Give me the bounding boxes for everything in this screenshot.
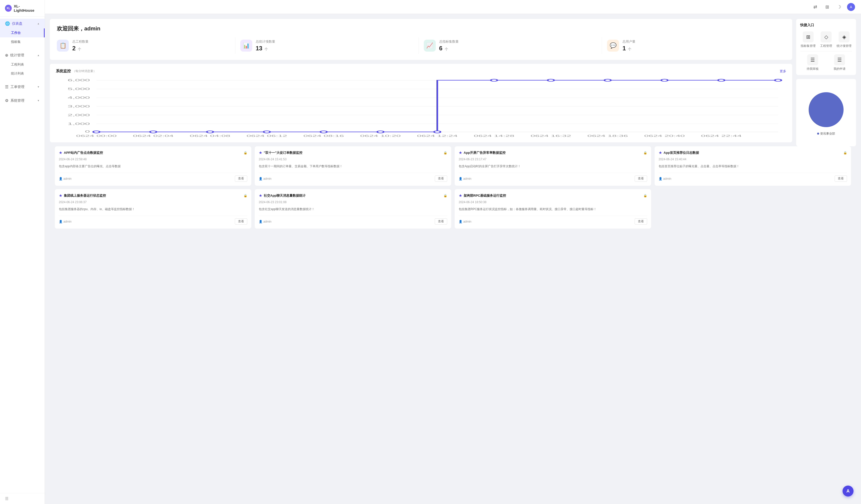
svg-point-17 — [263, 131, 270, 133]
card-view-button[interactable]: 查看 — [835, 176, 847, 182]
nav-item-dashboard[interactable]: 🌐 仪表盘 ▲ — [0, 19, 45, 28]
collapse-icon[interactable]: ☰ — [5, 496, 9, 501]
list-item: ★ 社交App聊天消息量数据统计 🔒 2024-06-23 23:01:08 包… — [255, 189, 451, 229]
quick-item-stats-mgmt[interactable]: ◈ 统计项管理 — [836, 31, 852, 48]
quick-item-project-mgmt[interactable]: ◇ 工程管理 — [818, 31, 834, 48]
svg-point-22 — [548, 79, 554, 82]
card-title-text: 集团线上服务器运行状态监控 — [64, 193, 242, 198]
quick-item-pending-review[interactable]: ☰ 待我审核 — [800, 54, 825, 71]
card-footer: 👤 admin 查看 — [59, 216, 247, 224]
svg-point-39 — [809, 92, 844, 127]
stat-item-projects: 📋 总工程数量 2 个 — [57, 37, 235, 54]
list-item: ★ 架构部RPC基础服务运行监控 🔒 2024-06-24 18:50:38 包… — [455, 189, 651, 229]
card-title-row: ★ 社交App聊天消息量数据统计 🔒 — [259, 193, 447, 198]
svg-text:0: 0 — [85, 130, 90, 133]
content-scroll: 欢迎回来，admin 📋 总工程数量 2 个 — [45, 14, 861, 504]
logo-icon: XL — [5, 5, 12, 12]
card-footer: 👤 admin 查看 — [459, 216, 647, 224]
svg-point-15 — [150, 131, 156, 133]
grid-icon[interactable]: ⊞ — [823, 3, 831, 11]
stat-value-users: 1 个 — [623, 45, 636, 52]
pending-review-icon: ☰ — [807, 54, 818, 65]
stat-icon-metrics: 📈 — [424, 40, 436, 52]
svg-point-23 — [604, 79, 611, 82]
card-title-row: ★ 架构部RPC基础服务运行监控 🔒 — [459, 193, 647, 198]
stat-value-stats: 13 个 — [256, 45, 275, 52]
card-title-row: ★ App开屏广告异常率数据监控 🔒 — [459, 150, 647, 155]
quick-label-pending-review: 待我审核 — [807, 67, 819, 71]
stat-icon-users: 💬 — [607, 40, 619, 52]
translate-icon[interactable]: ⇄ — [811, 3, 819, 11]
card-title-text: 社交App聊天消息量数据统计 — [264, 193, 442, 198]
card-date: 2024-06-24 15:40:44 — [659, 158, 847, 161]
svg-text:0624 06:12: 0624 06:12 — [247, 134, 287, 137]
quick-item-metrics-mgmt[interactable]: ⊞ 指标集管理 — [800, 31, 816, 48]
svg-point-19 — [377, 131, 384, 133]
sidebar-item-metrics[interactable]: 指标集 — [0, 37, 45, 46]
card-lock-icon: 🔒 — [443, 151, 447, 154]
moon-icon[interactable]: ☽ — [835, 3, 843, 11]
float-avatar[interactable]: A — [843, 486, 853, 496]
card-view-button[interactable]: 查看 — [435, 176, 447, 182]
stat-item-metrics: 📈 总指标集数量 6 个 — [419, 37, 602, 54]
chart-container: 6,000 5,000 4,000 3,000 2,000 1,000 0 — [56, 78, 786, 137]
sidebar-item-stats-list[interactable]: 统计列表 — [0, 69, 45, 78]
sidebar-item-workbench[interactable]: 工作台 — [0, 28, 45, 37]
card-title-text: App首页推荐位日志数据 — [664, 151, 842, 155]
card-title-text: 架构部RPC基础服务运行监控 — [464, 193, 642, 198]
svg-text:0624 14:28: 0624 14:28 — [474, 134, 515, 137]
card-title-row: ★ APP站内广告点击数据监控 🔒 — [59, 150, 247, 155]
nav-item-stats[interactable]: ⊕ 统计管理 ▲ — [0, 50, 45, 60]
svg-text:5,000: 5,000 — [68, 87, 90, 91]
card-star-icon: ★ — [59, 193, 62, 198]
svg-point-21 — [491, 79, 497, 82]
nav-item-ticket[interactable]: ☰ 工单管理 ▼ — [0, 82, 45, 92]
card-desc: 包括集团服务器的cpu、内存、io、磁盘等监控指标数据！ — [59, 207, 247, 212]
card-date: 2024-06-24 23:06:37 — [59, 200, 247, 204]
sidebar: XL XL-LightHouse 🌐 仪表盘 ▲ 工作台 指标集 ⊕ 统计管理 — [0, 0, 45, 504]
card-user: 👤 admin — [259, 220, 272, 223]
nav-label-stats: 统计管理 — [10, 53, 24, 58]
svg-text:1,000: 1,000 — [68, 122, 90, 125]
card-view-button[interactable]: 查看 — [235, 218, 247, 224]
card-footer: 👤 admin 查看 — [659, 173, 847, 182]
svg-text:0624 12:24: 0624 12:24 — [417, 134, 458, 137]
card-star-icon: ★ — [659, 150, 662, 155]
pie-chart-card: 资讯事业部 — [796, 79, 856, 146]
card-view-button[interactable]: 查看 — [635, 176, 647, 182]
my-apply-icon: ☰ — [834, 54, 845, 65]
sidebar-item-project-list[interactable]: 工程列表 — [0, 60, 45, 69]
side-column: 快捷入口 ⊞ 指标集管理 ◇ 工程管理 ◈ — [796, 19, 856, 146]
metrics-mgmt-icon: ⊞ — [803, 31, 814, 42]
svg-point-25 — [718, 79, 725, 82]
card-desc: 包含App启动时的全屏广告打开异常次数统计！ — [459, 164, 647, 169]
card-footer: 👤 admin 查看 — [259, 216, 447, 224]
card-view-button[interactable]: 查看 — [235, 176, 247, 182]
ticket-icon: ☰ — [5, 84, 9, 89]
stats-icon: ⊕ — [5, 53, 8, 58]
cards-grid: ★ APP站内广告点击数据监控 🔒 2024-06-24 22:59:48 包含… — [50, 146, 856, 234]
logo-text: XL-LightHouse — [14, 4, 40, 12]
svg-text:3,000: 3,000 — [68, 105, 90, 108]
user-avatar-button[interactable]: A — [847, 3, 855, 11]
card-star-icon: ★ — [259, 193, 262, 198]
monitor-title: 系统监控 （每分钟消息量） — [56, 69, 96, 73]
stats-mgmt-icon: ◈ — [838, 31, 849, 42]
svg-text:0624 08:16: 0624 08:16 — [303, 134, 344, 137]
quick-item-my-apply[interactable]: ☰ 我的申请 — [827, 54, 852, 71]
main-column: 欢迎回来，admin 📋 总工程数量 2 个 — [50, 19, 792, 146]
card-lock-icon: 🔒 — [843, 151, 847, 154]
monitor-header: 系统监控 （每分钟消息量） 更多 — [56, 69, 786, 73]
stats-row: 📋 总工程数量 2 个 📊 — [57, 37, 785, 54]
stat-item-users: 💬 总用户量 1 个 — [602, 37, 785, 54]
card-view-button[interactable]: 查看 — [435, 218, 447, 224]
welcome-card: 欢迎回来，admin 📋 总工程数量 2 个 — [50, 19, 792, 60]
pie-chart — [806, 90, 846, 130]
svg-text:0624 00:00: 0624 00:00 — [76, 134, 117, 137]
header-actions: ⇄ ⊞ ☽ A — [811, 3, 855, 11]
monitor-more-link[interactable]: 更多 — [780, 69, 786, 73]
card-view-button[interactable]: 查看 — [635, 218, 647, 224]
list-item: ★ "双十一"大促订单数据监控 🔒 2024-06-24 15:41:53 包含… — [255, 146, 451, 186]
system-arrow-icon: ▼ — [37, 99, 40, 102]
nav-item-system[interactable]: ⚙ 系统管理 ▼ — [0, 96, 45, 106]
